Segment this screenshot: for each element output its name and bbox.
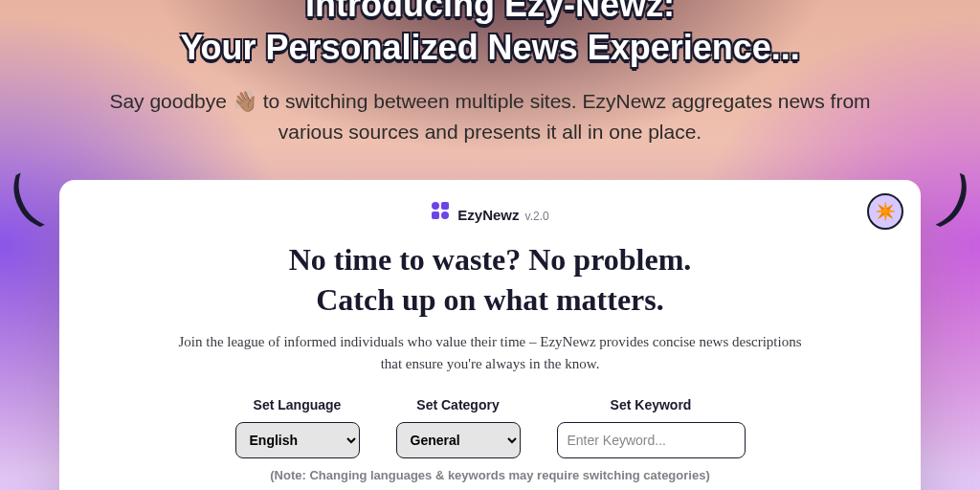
brand-name: EzyNewz bbox=[457, 207, 519, 223]
card-description: Join the league of informed individuals … bbox=[174, 331, 806, 376]
hero-sub-suffix: to switching between multiple sites. Ezy… bbox=[257, 90, 871, 143]
controls-note: (Note: Changing languages & keywords may… bbox=[98, 468, 882, 482]
brand-row: EzyNewz v.2.0 bbox=[98, 201, 882, 223]
language-label: Set Language bbox=[254, 397, 342, 412]
language-control: Set Language English bbox=[235, 397, 360, 458]
svg-rect-1 bbox=[441, 202, 449, 210]
hero-title: Introducing Ezy-Newz: Your Personalized … bbox=[0, 0, 980, 69]
language-select[interactable]: English bbox=[235, 422, 360, 458]
brand-version: v.2.0 bbox=[525, 210, 549, 223]
category-label: Set Category bbox=[416, 397, 499, 412]
hero-section: Introducing Ezy-Newz: Your Personalized … bbox=[0, 0, 980, 146]
keyword-label: Set Keyword bbox=[611, 397, 692, 412]
category-select[interactable]: General bbox=[396, 422, 521, 458]
wave-emoji: 👋🏽 bbox=[233, 90, 257, 112]
card-title-line2: Catch up on what matters. bbox=[316, 282, 664, 317]
card-title: No time to waste? No problem. Catch up o… bbox=[98, 240, 882, 320]
hero-title-line1: Introducing Ezy-Newz: bbox=[305, 0, 675, 24]
controls-row: Set Language English Set Category Genera… bbox=[98, 397, 882, 458]
app-card: ✴️ EzyNewz v.2.0 No time to waste? No pr… bbox=[59, 180, 921, 490]
sparkle-icon: ✴️ bbox=[875, 201, 896, 222]
category-control: Set Category General bbox=[396, 397, 521, 458]
svg-rect-2 bbox=[432, 212, 439, 219]
svg-rect-3 bbox=[441, 212, 449, 219]
badge-button[interactable]: ✴️ bbox=[867, 193, 903, 230]
keyword-control: Set Keyword bbox=[557, 397, 746, 458]
svg-rect-0 bbox=[432, 202, 439, 210]
card-title-line1: No time to waste? No problem. bbox=[289, 242, 692, 277]
brand-logo-icon bbox=[431, 201, 450, 220]
keyword-input[interactable] bbox=[557, 422, 746, 458]
hero-subtitle: Say goodbye 👋🏽 to switching between mult… bbox=[0, 86, 980, 146]
hero-sub-prefix: Say goodbye bbox=[109, 90, 232, 112]
hero-title-line2: Your Personalized News Experience... bbox=[180, 28, 800, 67]
